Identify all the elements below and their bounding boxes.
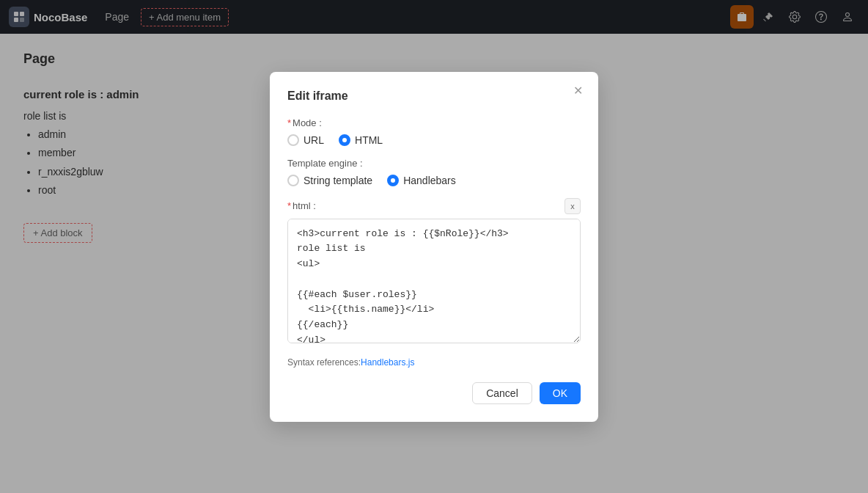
handlebars-option[interactable]: Handlebars (387, 175, 456, 186)
mode-radio-group: URL HTML (287, 134, 581, 146)
template-engine-label: Template engine : (287, 158, 581, 169)
html-radio-circle (339, 134, 350, 146)
template-engine-field-section: Template engine : String template Handle… (287, 158, 581, 186)
html-textarea[interactable]: <h3>current role is : {{$nRole}}</h3> ro… (287, 219, 581, 343)
modal-overlay: Edit iframe ✕ * Mode : URL HTML (0, 0, 868, 493)
string-template-radio-circle (287, 175, 299, 186)
template-engine-radio-group: String template Handlebars (287, 175, 581, 186)
syntax-reference: Syntax references:Handlebars.js (287, 357, 581, 368)
html-clear-button[interactable]: x (564, 198, 581, 214)
url-radio-circle (287, 134, 299, 146)
string-template-option[interactable]: String template (287, 175, 372, 186)
string-template-label: String template (304, 175, 372, 186)
modal-title: Edit iframe (287, 90, 581, 103)
handlebars-radio-circle (387, 175, 399, 186)
edit-iframe-modal: Edit iframe ✕ * Mode : URL HTML (270, 72, 598, 422)
html-label: HTML (355, 134, 383, 146)
mode-url-option[interactable]: URL (287, 134, 324, 146)
mode-required-star: * (287, 117, 291, 128)
modal-close-button[interactable]: ✕ (569, 82, 586, 100)
mode-label: * Mode : (287, 117, 581, 128)
html-field-section: * html : x <h3>current role is : {{$nRol… (287, 198, 581, 346)
html-required-star: * (287, 200, 291, 211)
mode-field-section: * Mode : URL HTML (287, 117, 581, 146)
cancel-button[interactable]: Cancel (472, 382, 532, 404)
url-label: URL (304, 134, 324, 146)
mode-html-option[interactable]: HTML (339, 134, 383, 146)
html-field-header: * html : x (287, 198, 581, 214)
handlebars-label: Handlebars (403, 175, 456, 186)
html-field-label: * html : (287, 200, 316, 211)
ok-button[interactable]: OK (540, 382, 581, 404)
close-icon: ✕ (573, 84, 583, 98)
handlebars-link[interactable]: Handlebars.js (361, 357, 414, 368)
modal-footer: Cancel OK (287, 382, 581, 404)
